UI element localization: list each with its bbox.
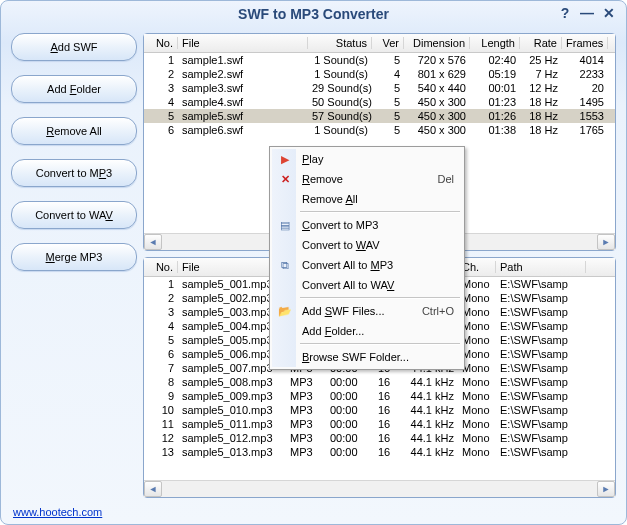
table-row[interactable]: 6sample6.swf1 Sound(s)5450 x 30001:3818 … <box>144 123 615 137</box>
col-no[interactable]: No. <box>144 261 178 273</box>
table-row[interactable]: 2sample2.swf1 Sound(s)4801 x 62905:197 H… <box>144 67 615 81</box>
table-row[interactable]: 8sample5_008.mp3MP300:001644.1 kHzMonoE:… <box>144 375 615 389</box>
col-frames[interactable]: Frames <box>562 37 608 49</box>
context-menu: ▶ Play ✕ Remove Del Remove All ▤ Convert… <box>269 146 465 370</box>
ctx-add-folder[interactable]: Add Folder... <box>272 321 462 341</box>
add-folder-button[interactable]: Add Folder <box>11 75 137 103</box>
help-button[interactable]: ? <box>558 5 572 21</box>
scroll-left-icon[interactable]: ◄ <box>144 234 162 250</box>
ctx-browse-folder[interactable]: Browse SWF Folder... <box>272 347 462 367</box>
scroll-right-icon[interactable]: ► <box>597 234 615 250</box>
col-file[interactable]: File <box>178 37 308 49</box>
document-icon: ▤ <box>277 217 293 233</box>
convert-mp3-button[interactable]: Convert to MP3 <box>11 159 137 187</box>
col-status[interactable]: Status <box>308 37 372 49</box>
scroll-left-icon[interactable]: ◄ <box>144 481 162 497</box>
table-row[interactable]: 13sample5_013.mp3MP300:001644.1 kHzMonoE… <box>144 445 615 459</box>
table-row[interactable]: 4sample4.swf50 Sound(s)5450 x 30001:2318… <box>144 95 615 109</box>
app-window: SWF to MP3 Converter ? — ✕ Add SWF Add F… <box>0 0 627 525</box>
scroll-right-icon[interactable]: ► <box>597 481 615 497</box>
table-row[interactable]: 1sample1.swf1 Sound(s)5720 x 57602:4025 … <box>144 53 615 67</box>
hootech-link[interactable]: www.hootech.com <box>13 506 102 518</box>
col-dimension[interactable]: Dimension <box>404 37 470 49</box>
ctx-play[interactable]: ▶ Play <box>272 149 462 169</box>
delete-icon: ✕ <box>277 171 293 187</box>
sidebar: Add SWF Add Folder Remove All Convert to… <box>1 29 143 498</box>
footer: www.hootech.com <box>13 506 102 518</box>
play-icon: ▶ <box>277 151 293 167</box>
table-row[interactable]: 12sample5_012.mp3MP300:001644.1 kHzMonoE… <box>144 431 615 445</box>
col-path[interactable]: Path <box>496 261 586 273</box>
title-bar: SWF to MP3 Converter ? — ✕ <box>1 1 626 27</box>
swf-list-header[interactable]: No. File Status Ver Dimension Length Rat… <box>144 34 615 53</box>
table-row[interactable]: 11sample5_011.mp3MP300:001644.1 kHzMonoE… <box>144 417 615 431</box>
col-length[interactable]: Length <box>470 37 520 49</box>
folder-open-icon: 📂 <box>277 303 293 319</box>
minimize-button[interactable]: — <box>580 5 594 21</box>
remove-all-button[interactable]: Remove All <box>11 117 137 145</box>
col-ver[interactable]: Ver <box>372 37 404 49</box>
merge-mp3-button[interactable]: Merge MP3 <box>11 243 137 271</box>
ctx-convert-mp3[interactable]: ▤ Convert to MP3 <box>272 215 462 235</box>
documents-icon: ⧉ <box>277 257 293 273</box>
table-row[interactable]: 10sample5_010.mp3MP300:001644.1 kHzMonoE… <box>144 403 615 417</box>
col-rate[interactable]: Rate <box>520 37 562 49</box>
ctx-remove[interactable]: ✕ Remove Del <box>272 169 462 189</box>
add-swf-button[interactable]: Add SWF <box>11 33 137 61</box>
ctx-add-swf[interactable]: 📂 Add SWF Files... Ctrl+O <box>272 301 462 321</box>
ctx-remove-all[interactable]: Remove All <box>272 189 462 209</box>
ctx-convert-wav[interactable]: Convert to WAV <box>272 235 462 255</box>
table-row[interactable]: 9sample5_009.mp3MP300:001644.1 kHzMonoE:… <box>144 389 615 403</box>
ctx-convert-all-mp3[interactable]: ⧉ Convert All to MP3 <box>272 255 462 275</box>
ctx-convert-all-wav[interactable]: Convert All to WAV <box>272 275 462 295</box>
col-no[interactable]: No. <box>144 37 178 49</box>
table-row[interactable]: 3sample3.swf29 Sound(s)5540 x 44000:0112… <box>144 81 615 95</box>
output-hscrollbar[interactable]: ◄ ► <box>144 480 615 497</box>
table-row[interactable]: 5sample5.swf57 Sound(s)5450 x 30001:2618… <box>144 109 615 123</box>
convert-wav-button[interactable]: Convert to WAV <box>11 201 137 229</box>
window-title: SWF to MP3 Converter <box>238 6 389 22</box>
close-button[interactable]: ✕ <box>602 5 616 21</box>
